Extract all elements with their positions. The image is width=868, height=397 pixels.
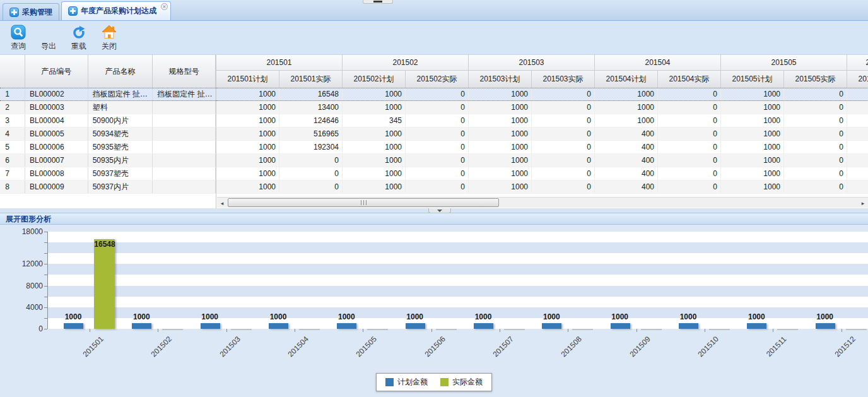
scrollbar-thumb[interactable]: [228, 198, 499, 207]
plot-band: [48, 242, 868, 253]
grid-month-group-header[interactable]: 201505: [721, 55, 847, 71]
value-cell: 0: [784, 154, 847, 167]
value-cell: 1000: [343, 88, 406, 100]
grid-month-group-header[interactable]: 201502: [343, 55, 469, 71]
row-number-cell: 7: [0, 167, 25, 180]
north-panel-collapse-handle[interactable]: [363, 0, 393, 4]
plot-band: [48, 286, 868, 297]
value-cell: 0: [406, 141, 469, 153]
x-axis-tick: [500, 329, 500, 332]
y-axis-label: 8000: [5, 281, 43, 290]
grid-scroll-body: 1000165481000010000100001000010001340010…: [216, 88, 868, 194]
export-button[interactable]: 导出: [35, 23, 62, 52]
value-cell: 1000: [343, 127, 406, 140]
bar-chart: 1000165482015011000201502100020150310002…: [0, 225, 868, 397]
tab-procurement-management[interactable]: 采购管理: [3, 3, 59, 20]
value-cell: 0: [532, 167, 595, 180]
grid-row[interactable]: 8BL00000950937内片: [0, 181, 216, 194]
toolbar: 查询 导出 重载 关闭: [0, 21, 868, 55]
grid-subcolumn-header[interactable]: 201503计划: [469, 71, 532, 88]
plan-bar-value-label: 1000: [326, 312, 367, 321]
x-axis-label: 201501: [67, 321, 119, 372]
scroll-left-arrow-icon[interactable]: ◂: [217, 198, 227, 208]
grid-locked-header: 产品编号 产品名称 规格型号: [0, 55, 216, 88]
x-axis-tick: [431, 329, 432, 332]
row-number-cell: 6: [0, 154, 25, 167]
tab-bar: 采购管理 年度产品采购计划达成 ✕: [0, 0, 868, 21]
plan-bar-value-label: 1000: [395, 312, 435, 321]
x-axis-tick: [568, 329, 568, 332]
reload-button[interactable]: 重载: [66, 23, 92, 52]
grid-row[interactable]: 10001923041000010000400010000: [216, 141, 868, 154]
grid-month-group-header[interactable]: 201504: [595, 55, 721, 71]
plan-bar: [337, 323, 356, 329]
legend-item[interactable]: 计划金额: [385, 377, 428, 388]
value-cell: 0: [784, 114, 847, 127]
grid-subcolumn-header[interactable]: 201506计划: [847, 71, 868, 88]
grid-subcolumn-header[interactable]: 201501计划: [216, 71, 279, 88]
product-code-cell: BL000008: [25, 167, 88, 180]
grid-row[interactable]: 1BL000002挡板固定件 扯…挡板固定件 扯…: [0, 88, 216, 101]
grid-row[interactable]: 100001000010000400010000: [216, 181, 868, 194]
plan-bar: [269, 323, 288, 329]
row-number-header[interactable]: [0, 55, 25, 88]
grid-row[interactable]: 2BL000003塑料: [0, 101, 216, 114]
plan-bar-value-label: 1000: [53, 312, 93, 321]
value-cell: 0: [532, 88, 595, 100]
grid-row[interactable]: 100001000010000400010000: [216, 154, 868, 167]
value-cell: 1000: [216, 141, 279, 153]
x-axis-label: 201507: [478, 321, 529, 372]
grid-subcolumn-header[interactable]: 201502计划: [343, 71, 406, 88]
chart-panel-header[interactable]: 展开图形分析: [0, 213, 868, 225]
grid-subcolumn-header[interactable]: 201504实际: [658, 71, 721, 88]
grid-row[interactable]: 10001340010000100001000010000: [216, 101, 868, 114]
grid-row[interactable]: 10001246463450100001000010000: [216, 114, 868, 127]
y-axis-label: 0: [5, 324, 43, 333]
grid-row[interactable]: 10001654810000100001000010000: [216, 88, 868, 101]
column-header-product-code[interactable]: 产品编号: [25, 55, 88, 88]
tab-close-icon[interactable]: ✕: [161, 3, 168, 10]
y-axis-tick: [44, 318, 47, 319]
grid-row[interactable]: 7BL00000850937塑壳: [0, 167, 216, 181]
plan-bar-value-label: 1000: [805, 312, 845, 321]
grid-row[interactable]: 10005169651000010000400010000: [216, 127, 868, 141]
value-cell: 0: [784, 181, 847, 193]
column-header-product-name[interactable]: 产品名称: [88, 55, 153, 88]
product-name-cell: 50934塑壳: [88, 127, 153, 140]
grid-subcolumn-header[interactable]: 201505实际: [784, 71, 847, 88]
legend-item[interactable]: 实际金额: [440, 377, 483, 388]
scrollbar-grip-icon: [361, 200, 367, 205]
y-axis-tick: [44, 307, 47, 308]
grid-subcolumn-header[interactable]: 201505计划: [721, 71, 784, 88]
grid-month-group-header[interactable]: 201501: [216, 55, 343, 71]
column-header-spec-model[interactable]: 规格型号: [153, 55, 216, 88]
grid-month-group-header[interactable]: 201506: [847, 55, 868, 71]
value-cell: 0: [532, 114, 595, 127]
grid-month-group-header[interactable]: 201503: [469, 55, 595, 71]
grid-subcolumn-header-row: 201501计划201501实际201502计划201502实际201503计划…: [216, 71, 868, 88]
chart-panel-title: 展开图形分析: [6, 215, 51, 223]
plan-bar-value-label: 1000: [258, 312, 298, 321]
query-button[interactable]: 查询: [5, 23, 32, 52]
grid-row[interactable]: 4BL00000550934塑壳: [0, 127, 216, 141]
plan-bar-value-label: 1000: [190, 312, 230, 321]
scroll-right-arrow-icon[interactable]: ▸: [858, 198, 868, 208]
grid-subcolumn-header[interactable]: 201502实际: [406, 71, 469, 88]
export-button-label: 导出: [41, 41, 56, 52]
grid-subcolumn-header[interactable]: 201504计划: [595, 71, 658, 88]
grid-row[interactable]: 100001000010000400010000: [216, 167, 868, 181]
x-axis-tick: [705, 329, 705, 332]
horizontal-scrollbar[interactable]: ◂ ▸: [217, 197, 868, 208]
product-code-cell: BL000004: [25, 114, 88, 127]
value-cell: 1000: [721, 101, 784, 114]
grid-row[interactable]: 3BL00000450900内片: [0, 114, 216, 127]
close-button[interactable]: 关闭: [96, 23, 122, 52]
x-axis-tick: [773, 329, 773, 332]
grid-row[interactable]: 6BL00000750935内片: [0, 154, 216, 167]
grid-row[interactable]: 5BL00000650935塑壳: [0, 141, 216, 154]
grid-subcolumn-header[interactable]: 201503实际: [532, 71, 595, 88]
tab-annual-product-procurement-plan[interactable]: 年度产品采购计划达成 ✕: [61, 1, 171, 20]
grid-subcolumn-header[interactable]: 201501实际: [279, 71, 343, 88]
value-cell: 0: [406, 101, 469, 114]
value-cell: 1000: [343, 101, 406, 114]
